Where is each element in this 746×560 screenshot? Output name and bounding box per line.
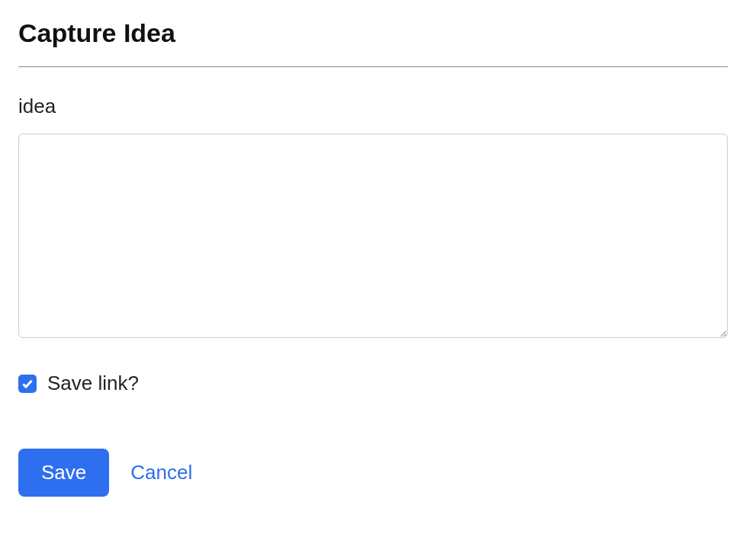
divider (18, 66, 728, 67)
save-link-row: Save link? (18, 372, 728, 395)
cancel-link[interactable]: Cancel (130, 461, 192, 484)
button-row: Save Cancel (18, 449, 728, 497)
save-link-checkbox-wrapper (18, 375, 37, 393)
idea-field-group: idea (18, 95, 728, 341)
idea-label: idea (18, 95, 728, 118)
save-link-label: Save link? (47, 372, 139, 395)
idea-textarea[interactable] (18, 134, 728, 338)
page-title: Capture Idea (18, 18, 728, 48)
save-button[interactable]: Save (18, 449, 109, 497)
